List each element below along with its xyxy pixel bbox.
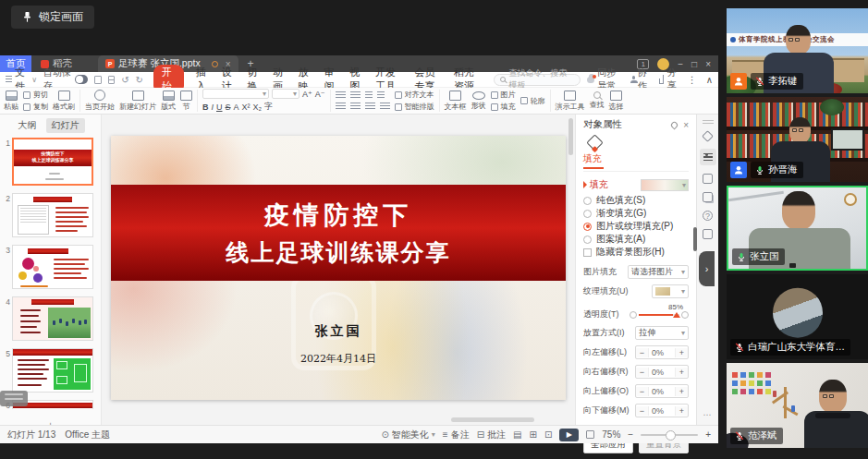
indent-icon[interactable] — [365, 91, 373, 100]
slide-sorter-view-button[interactable]: ⊞ — [530, 429, 537, 440]
align-center-icon[interactable] — [350, 103, 361, 111]
slide-thumbnail-4[interactable]: 4 — [0, 296, 101, 348]
theme-name[interactable]: Office 主题 — [65, 429, 110, 441]
normal-view-button[interactable]: ▤ — [513, 429, 521, 440]
zoom-out-button[interactable]: − — [628, 429, 633, 440]
slide-thumbnail-1[interactable]: 1 疫情防控下 线上足球训练课分享 — [0, 138, 101, 193]
minus-icon[interactable]: − — [636, 348, 648, 357]
help-pane-icon[interactable]: ? — [703, 211, 713, 221]
align-left-icon[interactable] — [336, 103, 346, 111]
char-effect-button[interactable]: 字 — [264, 101, 273, 113]
smart-layout-button[interactable]: 智能排版 — [395, 102, 434, 112]
picture-fill-select[interactable]: 请选择图片▾ — [628, 265, 689, 279]
section-button[interactable]: 节 — [180, 91, 192, 112]
strikethrough-button[interactable]: S — [226, 103, 231, 112]
bold-button[interactable]: B — [202, 103, 209, 112]
cut-button[interactable]: 剪切 — [23, 90, 48, 100]
reading-view-button[interactable]: ⊡ — [544, 429, 552, 440]
present-tools-button[interactable]: 演示工具 — [556, 91, 585, 112]
tab-slides[interactable]: 幻灯片 — [46, 118, 85, 133]
start-from-page-button[interactable]: 当页开始 — [85, 90, 115, 112]
style-pane-icon[interactable] — [702, 130, 714, 142]
notes-button[interactable]: ≡备注 — [443, 429, 470, 441]
clipart-pane-icon[interactable] — [703, 229, 713, 239]
plus-icon[interactable]: + — [676, 387, 688, 396]
selection-pane-icon[interactable] — [703, 192, 713, 202]
plus-icon[interactable]: + — [676, 368, 688, 377]
select-button[interactable]: 选择 — [609, 91, 624, 112]
minus-icon[interactable]: − — [636, 406, 648, 416]
insert-picture-button[interactable]: 图片 — [491, 90, 516, 100]
video-tile-participant-5[interactable]: 范泽斌 — [727, 363, 868, 448]
fill-option-gradient[interactable]: 渐变填充(G) — [583, 207, 689, 220]
placement-select[interactable]: 拉伸▾ — [635, 326, 689, 340]
lock-screen-button[interactable]: 锁定画面 — [11, 6, 94, 29]
plus-icon[interactable]: + — [676, 406, 688, 416]
textbox-button[interactable]: 文本框 — [445, 91, 467, 112]
justify-icon[interactable] — [380, 103, 390, 111]
panel-tab-fill[interactable]: 填充 — [583, 131, 689, 172]
increase-font-button[interactable]: A⁺ — [302, 90, 312, 99]
slide-canvas[interactable]: 疫情防控下 线上足球训练课分享 张立国 2022年4月14日 — [102, 115, 575, 425]
slideshow-play-button[interactable]: ▶ — [559, 429, 579, 441]
save-icon[interactable] — [94, 76, 101, 84]
superscript-button[interactable]: X² — [242, 103, 251, 112]
layout-button[interactable]: 版式 — [161, 91, 176, 112]
command-search-box[interactable]: 查找命令、搜索模板 — [494, 74, 581, 86]
zoom-in-button[interactable]: + — [705, 429, 711, 440]
fit-slide-icon[interactable] — [586, 430, 594, 439]
paste-button[interactable]: 粘贴 — [4, 91, 18, 112]
hide-background-checkbox[interactable]: 隐藏背景图形(H) — [583, 246, 689, 259]
copy-button[interactable]: 复制 — [23, 102, 48, 112]
panel-splitter-handle[interactable] — [693, 227, 697, 251]
fill-section-row[interactable]: 填充 ▾ — [583, 178, 689, 191]
add-slide-button[interactable]: + — [0, 417, 101, 425]
slide-title-banner[interactable]: 疫情防控下 线上足球训练课分享 — [111, 185, 566, 281]
object-properties-pane-icon[interactable] — [700, 149, 716, 165]
video-tile-participant-4[interactable]: 白瑞广山东大学体育… — [727, 274, 868, 359]
tab-outline[interactable]: 大纲 — [17, 118, 39, 133]
horizontal-scrollbar[interactable] — [451, 417, 534, 422]
slide-thumbnail-3[interactable]: 3 — [0, 245, 101, 296]
italic-button[interactable]: I — [212, 103, 214, 112]
video-tile-participant-3-active-speaker[interactable]: 张立国 — [727, 186, 868, 271]
find-button[interactable]: 查找 — [590, 91, 605, 110]
drag-handle-icon[interactable] — [703, 120, 714, 124]
outline-button[interactable]: 轮廓 — [520, 96, 545, 106]
autosave-toggle[interactable] — [75, 75, 89, 84]
comments-button[interactable]: ⊟批注 — [477, 429, 506, 441]
undo-icon[interactable]: ↺ — [121, 75, 128, 85]
smart-beautify-button[interactable]: ⊙智能美化▾ — [381, 429, 434, 441]
current-slide[interactable]: 疫情防控下 线上足球训练课分享 张立国 2022年4月14日 — [111, 136, 566, 400]
align-right-icon[interactable] — [365, 103, 375, 111]
align-text-button[interactable]: 对齐文本 — [395, 90, 434, 100]
zoom-slider[interactable] — [641, 434, 698, 436]
slide-thumbnail-2[interactable]: 2 — [0, 193, 101, 245]
offset-left-stepper[interactable]: −0%+ — [635, 345, 689, 359]
minus-icon[interactable]: − — [636, 387, 648, 396]
decrease-font-button[interactable]: A⁻ — [315, 90, 325, 99]
minus-icon[interactable]: − — [636, 368, 648, 377]
font-size-select[interactable]: ▾ — [272, 89, 300, 99]
new-slide-button[interactable]: 新建幻灯片 — [119, 91, 156, 112]
animation-pane-icon[interactable] — [703, 174, 713, 184]
fill-option-pattern[interactable]: 图案填充(A) — [583, 233, 689, 246]
zoom-level[interactable]: 75% — [602, 429, 620, 440]
shape-button[interactable]: 形状 — [471, 91, 486, 111]
redo-icon[interactable]: ↻ — [136, 75, 143, 85]
texture-fill-select[interactable]: ▾ — [652, 284, 689, 298]
font-color-button[interactable]: A — [234, 103, 239, 112]
fill-color-swatch[interactable]: ▾ — [641, 179, 689, 191]
font-family-select[interactable]: ▾ — [202, 89, 269, 99]
offset-up-stepper[interactable]: −0%+ — [635, 384, 689, 398]
more-panes-icon[interactable]: ⋯ — [703, 410, 713, 419]
format-painter-button[interactable]: 格式刷 — [53, 91, 75, 112]
vertical-scrollbar[interactable] — [568, 118, 573, 155]
video-tile-participant-2[interactable]: 孙晋海 — [727, 97, 868, 182]
fill-button[interactable]: 填充 — [491, 102, 516, 112]
bullet-list-icon[interactable] — [336, 91, 346, 100]
more-menu-icon[interactable]: ⋮ — [688, 75, 697, 85]
increase-icon[interactable] — [681, 311, 689, 319]
collapse-panel-tab[interactable]: › — [699, 251, 715, 286]
numbered-list-icon[interactable] — [350, 91, 361, 100]
